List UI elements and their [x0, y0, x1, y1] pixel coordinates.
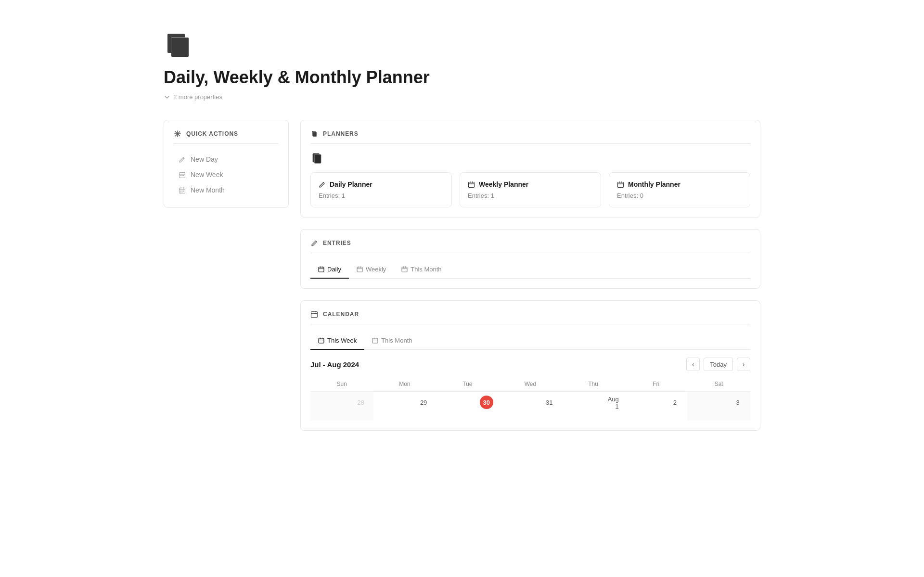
page-title: Daily, Weekly & Monthly Planner [164, 67, 760, 88]
quick-actions-header: QUICK ACTIONS [174, 130, 279, 144]
calendar-day-3[interactable]: 3 [687, 392, 750, 421]
svg-rect-22 [469, 182, 475, 187]
svg-rect-26 [402, 267, 407, 272]
svg-rect-2 [171, 38, 189, 57]
svg-rect-10 [183, 175, 184, 176]
calendar-this-month-icon [401, 266, 408, 272]
monthly-planner-entries: Entries: 0 [617, 192, 742, 199]
calendar-day-2[interactable]: 2 [625, 392, 688, 421]
calendar-day-28[interactable]: 28 [310, 392, 373, 421]
entries-tab-this-month[interactable]: This Month [394, 261, 449, 279]
main-grid: QUICK ACTIONS New Day [164, 120, 760, 431]
chevron-down-icon [164, 94, 170, 101]
day-mon: Mon [373, 377, 436, 392]
weekly-planner-title: Weekly Planner [468, 180, 593, 188]
day-tue: Tue [436, 377, 499, 392]
planner-icon-area [310, 152, 750, 167]
pencil-entries-icon [310, 239, 318, 247]
day-wed: Wed [499, 377, 562, 392]
calendar-days-header: Sun Mon Tue Wed Thu Fri Sat [310, 377, 750, 392]
day-sun: Sun [310, 377, 373, 392]
planners-icon [310, 130, 318, 138]
calendar-week-icon [179, 171, 186, 179]
svg-rect-27 [311, 312, 318, 318]
page-container: Daily, Weekly & Monthly Planner 2 more p… [125, 0, 799, 460]
calendar-grid: Sun Mon Tue Wed Thu Fri Sat [310, 377, 750, 421]
day-thu: Thu [562, 377, 625, 392]
day-sat: Sat [687, 377, 750, 392]
calendar-daily-icon [318, 266, 324, 272]
new-month-button[interactable]: New Month [174, 182, 279, 198]
cal-week-icon [318, 337, 324, 344]
calendar-nav: ‹ Today › [686, 358, 750, 371]
calendar-tabs: This Week This Month [310, 332, 750, 350]
entries-tabs: Daily Weekly [310, 261, 750, 279]
svg-rect-8 [180, 175, 181, 176]
calendar-next-button[interactable]: › [737, 358, 750, 371]
sidebar: QUICK ACTIONS New Day [164, 120, 289, 431]
calendar-day-29[interactable]: 29 [373, 392, 436, 421]
entries-tab-weekly[interactable]: Weekly [349, 261, 394, 279]
pencil-icon [179, 156, 186, 163]
svg-rect-29 [372, 338, 378, 343]
svg-rect-16 [182, 192, 183, 192]
main-content: PLANNERS [300, 120, 760, 431]
weekly-planner-card[interactable]: Weekly Planner Entries: 1 [460, 172, 601, 207]
planners-grid: Daily Planner Entries: 1 Weekly P [310, 172, 750, 207]
calendar-tab-this-week[interactable]: This Week [310, 332, 364, 350]
svg-rect-21 [314, 154, 321, 164]
svg-rect-14 [183, 191, 184, 192]
cal-month-icon [372, 337, 378, 344]
calendar-grid-icon [468, 181, 475, 188]
table-lines-icon [319, 181, 326, 188]
entries-header: ENTRIES [310, 239, 750, 253]
more-properties[interactable]: 2 more properties [164, 93, 760, 101]
weekly-planner-entries: Entries: 1 [468, 192, 593, 199]
day-fri: Fri [625, 377, 688, 392]
planners-card: PLANNERS [300, 120, 760, 218]
monthly-planner-card[interactable]: Monthly Planner Entries: 0 [609, 172, 750, 207]
calendar-day-31[interactable]: 31 [499, 392, 562, 421]
daily-planner-title: Daily Planner [319, 180, 444, 188]
svg-rect-23 [618, 182, 624, 187]
svg-rect-24 [319, 267, 324, 272]
daily-planner-card[interactable]: Daily Planner Entries: 1 [310, 172, 452, 207]
calendar-weekly-icon [357, 266, 363, 272]
calendar-today-button[interactable]: Today [704, 358, 733, 371]
svg-rect-18 [313, 132, 317, 137]
new-week-button[interactable]: New Week [174, 167, 279, 182]
calendar-prev-button[interactable]: ‹ [686, 358, 700, 371]
new-day-button[interactable]: New Day [174, 152, 279, 167]
calendar-main-icon [310, 310, 318, 318]
svg-rect-9 [182, 175, 183, 176]
calendar-day-30[interactable]: 30 [436, 392, 499, 421]
calendar-tab-this-month[interactable]: This Month [364, 332, 420, 350]
calendar-month-icon [179, 187, 186, 194]
planners-header: PLANNERS [310, 130, 750, 144]
monthly-planner-title: Monthly Planner [617, 180, 742, 188]
calendar-card: CALENDAR This Week [300, 300, 760, 431]
quick-actions-card: QUICK ACTIONS New Day [164, 120, 289, 208]
sparkle-icon [174, 130, 181, 138]
svg-rect-28 [319, 338, 324, 343]
svg-rect-25 [357, 267, 362, 272]
daily-planner-entries: Entries: 1 [319, 192, 444, 199]
calendar-monthly-icon [617, 181, 624, 188]
svg-rect-15 [180, 192, 181, 192]
calendar-day-aug1[interactable]: Aug 1 [562, 392, 625, 421]
app-icon [164, 29, 192, 58]
calendar-month-header: Jul - Aug 2024 ‹ Today › [310, 350, 750, 377]
calendar-header-label: CALENDAR [310, 310, 750, 324]
svg-rect-13 [182, 191, 183, 192]
planner-book-icon [310, 152, 324, 165]
svg-rect-12 [180, 191, 181, 192]
calendar-week-row: 28 29 30 31 [310, 392, 750, 421]
calendar-month-label: Jul - Aug 2024 [310, 360, 359, 369]
entries-tab-daily[interactable]: Daily [310, 261, 349, 279]
entries-card: ENTRIES Daily [300, 229, 760, 289]
